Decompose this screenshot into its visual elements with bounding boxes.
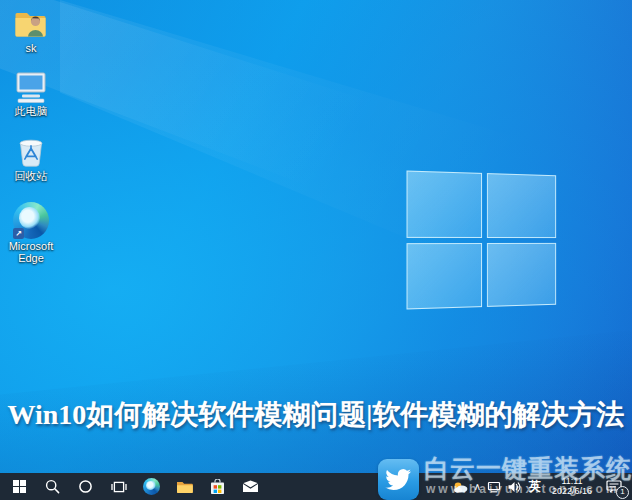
taskbar-pinned-apps <box>0 473 267 500</box>
clock-date: 2022/6/16 <box>552 487 592 497</box>
mail-button[interactable] <box>234 473 267 500</box>
clock[interactable]: 11:11 2022/6/16 <box>549 477 595 496</box>
windows-logo-pane <box>407 243 482 310</box>
network-tray-icon[interactable] <box>487 473 501 500</box>
cortana-button[interactable] <box>69 473 102 500</box>
start-button[interactable] <box>3 473 36 500</box>
desktop-icon-label: 此电脑 <box>15 105 48 117</box>
search-icon <box>45 479 60 494</box>
notification-count-badge: 1 <box>616 486 629 499</box>
search-button[interactable] <box>36 473 69 500</box>
windows-desktop: sk 此电脑 回收站 ↗ Microsoft E <box>0 0 632 500</box>
folder-icon <box>176 480 193 494</box>
weather-tray-icon[interactable] <box>453 473 468 500</box>
ime-indicator[interactable]: 英 <box>527 473 543 500</box>
desktop-icon-edge[interactable]: ↗ Microsoft Edge <box>4 201 58 264</box>
action-center-button[interactable]: 1 <box>601 473 627 500</box>
microsoft-store-button[interactable] <box>201 473 234 500</box>
desktop-icon-label: 回收站 <box>15 170 48 182</box>
mail-envelope-icon <box>242 480 259 493</box>
windows-logo-pane <box>486 242 556 307</box>
file-explorer-button[interactable] <box>168 473 201 500</box>
volume-tray-icon[interactable] <box>507 473 521 500</box>
task-view-icon <box>111 480 127 494</box>
cortana-circle-icon <box>78 479 93 494</box>
hidden-icons-chevron[interactable]: ∧ <box>474 473 481 500</box>
computer-monitor-icon <box>13 70 49 104</box>
microsoft-store-icon <box>210 479 225 495</box>
shortcut-arrow-badge: ↗ <box>13 228 24 239</box>
recycle-bin-icon <box>13 135 49 169</box>
banner-title: Win10如何解决软件模糊问题|软件模糊的解决方法 <box>0 396 632 434</box>
desktop-icon-label: Microsoft Edge <box>4 240 58 264</box>
edge-browser-icon: ↗ <box>13 201 49 239</box>
desktop-icon-sk-folder[interactable]: sk <box>4 7 58 54</box>
edge-icon <box>143 478 160 495</box>
system-tray: ∧ 英 11:11 2022/6/16 <box>453 473 632 500</box>
taskbar: ∧ 英 11:11 2022/6/16 <box>0 473 632 500</box>
desktop-icon-this-pc[interactable]: 此电脑 <box>4 70 58 117</box>
desktop-icon-label: sk <box>26 42 37 54</box>
task-view-button[interactable] <box>102 473 135 500</box>
windows-logo <box>407 171 557 310</box>
user-folder-icon <box>13 7 49 41</box>
desktop-icon-recycle-bin[interactable]: 回收站 <box>4 135 58 182</box>
windows-logo-icon <box>13 480 27 494</box>
edge-taskbar-button[interactable] <box>135 473 168 500</box>
windows-logo-pane <box>407 171 482 238</box>
windows-logo-pane <box>486 173 556 238</box>
